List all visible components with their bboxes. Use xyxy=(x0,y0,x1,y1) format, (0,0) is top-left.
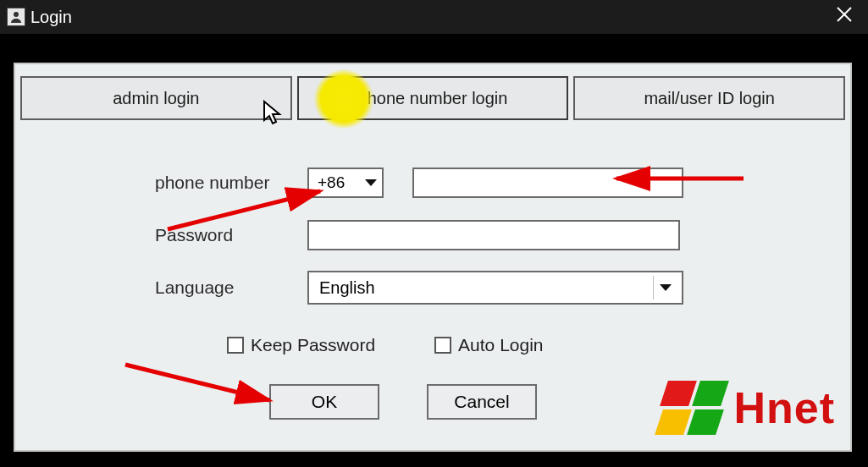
chevron-down-icon xyxy=(365,179,377,186)
button-label: Cancel xyxy=(454,392,509,412)
chevron-down-icon xyxy=(653,276,677,299)
country-code-value: +86 xyxy=(318,173,345,192)
tab-label: admin login xyxy=(113,89,199,108)
svg-line-5 xyxy=(125,365,269,400)
keep-password-checkbox[interactable]: Keep Password xyxy=(227,335,375,355)
logo-text: Hnet xyxy=(733,382,835,433)
tab-label: phone number login xyxy=(358,89,508,108)
phone-input[interactable] xyxy=(412,168,683,198)
country-code-select[interactable]: +86 xyxy=(307,168,384,198)
button-row: OK Cancel xyxy=(269,384,537,420)
logo-icon xyxy=(657,381,723,435)
svg-point-0 xyxy=(14,12,19,17)
phone-label: phone number xyxy=(155,173,307,193)
login-form: phone number +86 Password Language Engli… xyxy=(155,166,799,323)
row-language: Language English xyxy=(155,271,799,305)
options-row: Keep Password Auto Login xyxy=(227,335,544,355)
titlebar: Login xyxy=(0,0,868,34)
checkbox-icon xyxy=(227,337,244,354)
tab-mail-login[interactable]: mail/user ID login xyxy=(573,76,845,120)
password-label: Password xyxy=(155,225,307,245)
password-input[interactable] xyxy=(307,220,680,250)
auto-login-checkbox[interactable]: Auto Login xyxy=(434,335,543,355)
tab-admin-login[interactable]: admin login xyxy=(20,76,292,120)
window-title: Login xyxy=(30,8,72,27)
watermark-logo: Hnet xyxy=(657,381,835,435)
tab-label: mail/user ID login xyxy=(644,89,775,108)
row-phone: phone number +86 xyxy=(155,166,799,200)
language-label: Language xyxy=(155,277,307,298)
login-tabs: admin login phone number login mail/user… xyxy=(15,76,850,120)
language-select[interactable]: English xyxy=(307,271,683,305)
language-value: English xyxy=(319,278,375,298)
login-dialog: admin login phone number login mail/user… xyxy=(14,63,852,452)
app-icon xyxy=(7,8,25,26)
close-button[interactable] xyxy=(827,3,861,31)
row-password: Password xyxy=(155,218,799,252)
ok-button[interactable]: OK xyxy=(269,384,379,420)
button-label: OK xyxy=(312,392,337,412)
cancel-button[interactable]: Cancel xyxy=(427,384,537,420)
tab-phone-login[interactable]: phone number login xyxy=(297,76,569,120)
checkbox-icon xyxy=(434,337,451,354)
checkbox-label: Auto Login xyxy=(458,335,543,355)
checkbox-label: Keep Password xyxy=(251,335,375,355)
annotation-arrow xyxy=(117,356,286,415)
